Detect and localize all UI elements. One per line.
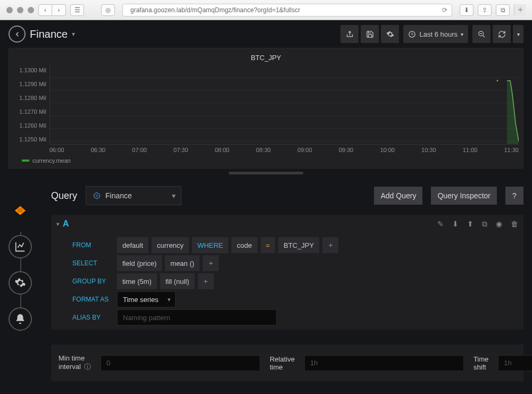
query-row-actions: ✎ ⬇ ⬆ ⧉ ◉ 🗑 <box>437 220 518 229</box>
chart-legend[interactable]: currency.mean <box>13 153 519 164</box>
panel-edit-tabs <box>9 218 32 337</box>
refresh-interval-button[interactable]: ▾ <box>513 25 523 43</box>
database-icon <box>14 205 26 216</box>
chart-area[interactable]: 1.1300 Mil 1.1290 Mil 1.1280 Mil 1.1270 … <box>13 65 519 145</box>
panel-title[interactable]: BTC_JPY <box>13 53 519 65</box>
collapse-icon: ▾ <box>56 221 60 228</box>
zoom-out-button[interactable] <box>472 25 491 43</box>
formatas-keyword: FORMAT AS <box>69 296 114 303</box>
legend-label: currency.mean <box>32 157 71 164</box>
dashboard-title-text: Finance <box>30 28 68 40</box>
groupby-fill-token[interactable]: fill (null) <box>160 273 195 289</box>
min-interval-input[interactable] <box>101 355 260 371</box>
aliasby-input[interactable] <box>117 309 277 325</box>
chart-icon <box>14 241 26 253</box>
downloads-icon[interactable]: ⬇ <box>460 4 473 16</box>
x-axis: 06:0006:30 07:0007:30 08:0008:30 09:0009… <box>13 147 519 153</box>
influxdb-icon <box>93 191 101 200</box>
zoom-window[interactable] <box>28 7 34 13</box>
groupby-keyword: GROUP BY <box>69 278 114 285</box>
move-up-icon[interactable]: ⬆ <box>467 220 473 229</box>
relative-time-input[interactable] <box>304 355 464 371</box>
time-shift-label: Time shift <box>473 355 488 371</box>
share-icon[interactable]: ⇪ <box>478 4 492 16</box>
tab-general[interactable] <box>9 271 32 295</box>
reader-icon[interactable]: ◎ <box>101 4 115 16</box>
settings-button[interactable] <box>381 25 399 43</box>
toggle-visibility-icon[interactable]: ◉ <box>496 220 502 229</box>
groupby-clause: GROUP BY time (5m) fill (null) ＋ <box>69 273 523 289</box>
nav-back[interactable]: ‹ <box>38 4 52 16</box>
add-select-button[interactable]: ＋ <box>203 255 219 271</box>
add-where-button[interactable]: ＋ <box>322 237 338 253</box>
duplicate-query-icon[interactable]: ⧉ <box>482 220 487 229</box>
edit-query-icon[interactable]: ✎ <box>437 220 444 229</box>
new-tab[interactable]: ＋ <box>514 4 526 16</box>
from-keyword: FROM <box>69 241 114 249</box>
where-op-token[interactable]: = <box>261 237 276 253</box>
select-agg-token[interactable]: mean () <box>165 255 200 271</box>
gear-icon <box>14 277 26 289</box>
time-shift-input[interactable] <box>498 355 532 371</box>
dashboard-title[interactable]: Finance ▾ <box>30 28 75 40</box>
tabs-icon[interactable]: ⧉ <box>496 4 510 16</box>
datasource-name: Finance <box>105 191 132 200</box>
min-interval-label: Min time intervalⓘ <box>59 354 91 372</box>
formatas-clause: FORMAT AS Time series <box>69 291 523 307</box>
window-controls <box>6 7 34 13</box>
chevron-down-icon: ▾ <box>72 30 75 38</box>
query-row-header[interactable]: ▾ A ✎ ⬇ ⬆ ⧉ ◉ 🗑 <box>51 215 523 233</box>
query-inspector-button[interactable]: Query Inspector <box>431 187 497 205</box>
time-range-picker[interactable]: Last 6 hours ▾ <box>403 25 468 43</box>
move-down-icon[interactable]: ⬇ <box>452 220 459 229</box>
where-keyword: WHERE <box>192 237 228 253</box>
plot-area[interactable] <box>49 65 519 145</box>
sidebar-toggle[interactable]: ☰ <box>70 4 84 16</box>
formatas-select[interactable]: Time series <box>117 291 176 307</box>
retention-policy-token[interactable]: default <box>117 237 148 253</box>
query-editor: Query Finance Add Query Query Inspector … <box>51 186 523 381</box>
add-groupby-button[interactable]: ＋ <box>198 273 214 289</box>
from-clause: FROM default currency WHERE code = BTC_J… <box>69 237 523 253</box>
address-bar[interactable]: grafana.goozen.lab/d/mQamqDmgz/finance?o… <box>122 4 452 16</box>
graph-panel: BTC_JPY 1.1300 Mil 1.1290 Mil 1.1280 Mil… <box>9 48 523 169</box>
select-field-token[interactable]: field (price) <box>117 255 162 271</box>
query-row-a: ▾ A ✎ ⬇ ⬆ ⧉ ◉ 🗑 FROM default currency WH… <box>51 215 523 330</box>
tab-alert[interactable] <box>9 307 32 331</box>
info-icon[interactable]: ⓘ <box>84 363 91 371</box>
y-axis: 1.1300 Mil 1.1290 Mil 1.1280 Mil 1.1270 … <box>13 65 49 145</box>
where-field-token[interactable]: code <box>231 237 257 253</box>
refresh-button[interactable] <box>493 25 511 43</box>
panel-resize-handle[interactable] <box>229 172 303 174</box>
select-clause: SELECT field (price) mean () ＋ <box>69 255 523 271</box>
browser-chrome: ‹ › ☰ ◎ grafana.goozen.lab/d/mQamqDmgz/f… <box>0 0 532 20</box>
svg-point-2 <box>497 80 498 81</box>
aliasby-clause: ALIAS BY <box>69 309 523 325</box>
minimize-window[interactable] <box>17 7 23 13</box>
tab-queries[interactable] <box>9 199 32 222</box>
time-range-label: Last 6 hours <box>419 30 458 38</box>
chevron-down-icon: ▾ <box>461 31 463 37</box>
svg-point-4 <box>96 195 98 197</box>
bell-icon <box>14 313 26 325</box>
datasource-picker[interactable]: Finance <box>86 186 181 205</box>
query-body: FROM default currency WHERE code = BTC_J… <box>51 233 523 330</box>
tab-visualization[interactable] <box>9 235 32 258</box>
close-window[interactable] <box>6 7 13 13</box>
measurement-token[interactable]: currency <box>152 237 189 253</box>
query-options: Min time intervalⓘ Relative time Time sh… <box>51 345 523 381</box>
delete-query-icon[interactable]: 🗑 <box>511 220 518 229</box>
nav-forward[interactable]: › <box>52 4 66 16</box>
query-ref-id: A <box>63 219 69 229</box>
query-help-button[interactable]: ? <box>505 187 523 205</box>
reload-icon[interactable]: ⟳ <box>442 6 447 14</box>
series-line <box>492 65 519 144</box>
relative-time-label: Relative time <box>270 355 295 371</box>
share-panel-button[interactable] <box>340 25 359 43</box>
where-value-token[interactable]: BTC_JPY <box>278 237 319 253</box>
back-button[interactable] <box>9 26 26 43</box>
groupby-time-token[interactable]: time (5m) <box>117 273 157 289</box>
add-query-button[interactable]: Add Query <box>374 187 422 205</box>
legend-swatch <box>22 160 29 162</box>
save-button[interactable] <box>361 25 379 43</box>
